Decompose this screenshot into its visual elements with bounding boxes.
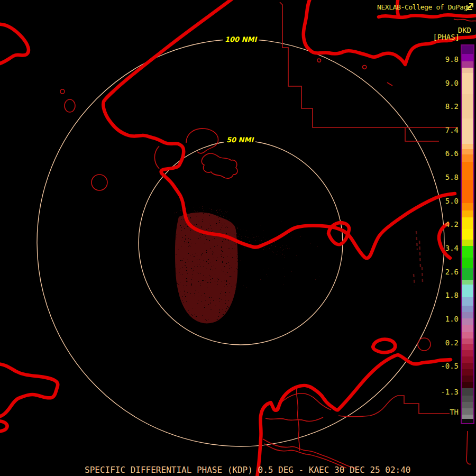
- colorbar: [461, 44, 474, 424]
- echo-speckle-dashes: [414, 231, 423, 286]
- colorbar-segment: [462, 229, 473, 240]
- colorbar-segment: [462, 180, 473, 203]
- colorbar-segment: [462, 388, 473, 396]
- colorbar-segment: [462, 297, 473, 306]
- colorbar-segment: [462, 118, 473, 144]
- colorbar-segment: [462, 419, 473, 423]
- colorbar-segment: [462, 246, 473, 258]
- colorbar-segment: [462, 54, 473, 61]
- product-caption: SPECIFIC DIFFERENTIAL PHASE (KDP) 0.5 DE…: [85, 465, 411, 475]
- colorbar-segment: [462, 280, 473, 285]
- state-border-layer: [280, 2, 458, 417]
- colorbar-segment: [462, 318, 473, 325]
- colorbar-segment: [462, 306, 473, 312]
- colorbar-segment: [462, 350, 473, 356]
- colorbar-segment: [462, 154, 473, 162]
- colorbar-segment: [462, 332, 473, 338]
- box-arrow-icon: [466, 2, 474, 13]
- colorbar-segment: [462, 369, 473, 376]
- colorbar-segment: [462, 325, 473, 332]
- colorbar-segment: [462, 94, 473, 118]
- river-topright-2: [379, 15, 476, 17]
- coast-northwest-arc: [103, 0, 455, 258]
- colorbar-segment: [462, 68, 473, 73]
- radar-echo-layer: [173, 206, 423, 323]
- colorbar-segment: [462, 285, 473, 297]
- colorbar-segment: [462, 382, 473, 388]
- colorbar-segment: [462, 217, 473, 229]
- product-unit: [PHAS]: [433, 33, 460, 41]
- colorbar-segment: [462, 149, 473, 154]
- island-topleft: [0, 24, 29, 65]
- colorbar-segment: [462, 258, 473, 268]
- colorbar-segment: [462, 73, 473, 94]
- colorbar-segment: [462, 363, 473, 369]
- colorbar-segment: [462, 268, 473, 280]
- colorbar-segment: [462, 45, 473, 54]
- colorbar-segment: [462, 344, 473, 350]
- coast-southwest-land: [0, 364, 58, 417]
- colorbar-segment: [462, 396, 473, 402]
- colorbar-segment: [462, 240, 473, 246]
- colorbar-segment: [462, 144, 473, 149]
- coast-south-lake: [257, 355, 451, 476]
- colorbar-segment: [462, 376, 473, 382]
- colorbar-segment: [462, 203, 473, 210]
- ring-label-50nmi: 50 NMI: [224, 135, 255, 144]
- ring-label-100nmi: 100 NMI: [223, 35, 259, 44]
- colorbar-segment: [462, 162, 473, 180]
- island-southeast-oval: [373, 340, 395, 353]
- radar-viewer: 9.89.08.27.46.65.85.04.23.42.61.81.00.2-…: [0, 0, 476, 476]
- colorbar-segment: [462, 402, 473, 408]
- colorbar-segment: [462, 408, 473, 415]
- colorbar-segment: [462, 415, 473, 419]
- colorbar-segment: [462, 356, 473, 363]
- colorbar-segment: [462, 61, 473, 68]
- colorbar-segment: [462, 312, 473, 318]
- colorbar-segment: [462, 338, 473, 344]
- radar-map: [0, 0, 476, 476]
- product-code: DKD: [458, 26, 471, 34]
- page-title: NEXLAB-College of DuPage: [377, 3, 471, 11]
- colorbar-segment: [462, 210, 473, 217]
- coast-southwest-land2: [0, 421, 7, 432]
